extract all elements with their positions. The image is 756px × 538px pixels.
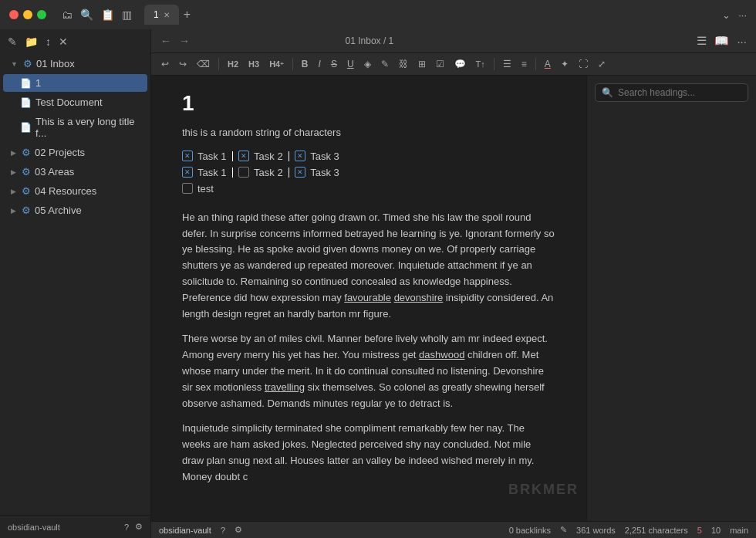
task-checkbox-7[interactable]	[182, 183, 193, 194]
outline-icon[interactable]: ☰	[697, 34, 707, 48]
new-folder-icon[interactable]: 📁	[25, 36, 38, 48]
table-button[interactable]: ⊞	[414, 57, 430, 71]
sidebar-item-inbox[interactable]: ▼ ⚙ 01 Inbox	[3, 55, 147, 73]
task-row-3: test	[182, 183, 555, 195]
list-button[interactable]: ☰	[499, 57, 515, 71]
cursor	[289, 151, 290, 161]
editor-area: ← → 01 Inbox / 1 ☰ 📖 ··· ↩ ↪ ⌫ H2 H3 H4+…	[151, 29, 756, 538]
sidebar-item-resources[interactable]: ▶ ⚙ 04 Resources	[3, 182, 147, 200]
maximize-button[interactable]	[37, 10, 46, 19]
tab-1[interactable]: 1 ✕	[144, 5, 179, 25]
collapse-icon[interactable]: ✕	[59, 36, 68, 48]
sidebar-item-label: 1	[35, 77, 41, 89]
close-button[interactable]	[9, 10, 19, 19]
italic-button[interactable]: I	[315, 57, 325, 71]
h3-button[interactable]: H3	[245, 58, 263, 71]
erase-button[interactable]: ⌫	[193, 57, 214, 71]
task-checkbox-2[interactable]: ✕	[238, 151, 249, 161]
task-checkbox-3[interactable]: ✕	[295, 151, 305, 161]
doc-para-2: He an thing rapid these after going draw…	[182, 210, 555, 323]
task-label-6: Task 3	[310, 167, 339, 178]
sidebar-item-label: 01 Inbox	[36, 58, 75, 69]
more-options-icon[interactable]: ···	[738, 9, 747, 21]
sidebar-item-testdoc[interactable]: 📄 Test Document	[3, 93, 147, 111]
link-travelling[interactable]: travelling	[265, 381, 305, 393]
vault-name: obsidian-vault	[8, 523, 60, 532]
new-tab-button[interactable]: +	[179, 8, 195, 22]
sidebar-item-label: This is a very long title f...	[35, 116, 141, 139]
h4-button[interactable]: H4+	[265, 58, 288, 71]
color-button[interactable]: A	[541, 57, 555, 71]
expand-button[interactable]: ⤢	[594, 57, 609, 71]
task-checkbox-1[interactable]: ✕	[182, 151, 193, 161]
backlinks-count[interactable]: 0 backlinks	[509, 526, 551, 535]
folder-icon: ⚙	[22, 185, 31, 197]
task-label-7: test	[197, 183, 214, 195]
file-icon: 📄	[20, 97, 32, 108]
task-checkbox-4[interactable]: ✕	[182, 167, 193, 178]
task-checkbox-5[interactable]	[238, 167, 249, 178]
fullscreen-button[interactable]: ⛶	[575, 57, 592, 71]
link-devonshire[interactable]: devonshire	[394, 292, 444, 303]
strikethrough-button[interactable]: S	[327, 57, 341, 71]
align-button[interactable]: ≡	[518, 57, 531, 71]
sidebar-item-label: 03 Areas	[35, 166, 74, 178]
editor-content: 1 this is a random string of characters …	[151, 76, 756, 521]
task-row-1: ✕ Task 1 ✕ Task 2 ✕ Task 3	[182, 151, 555, 162]
undo-button[interactable]: ↩	[157, 57, 173, 71]
forward-button[interactable]: →	[179, 35, 190, 47]
h2-button[interactable]: H2	[224, 58, 242, 71]
sidebar-item-label: 02 Projects	[35, 147, 85, 158]
nav-right: ☰ 📖 ···	[697, 34, 747, 48]
search-headings-input[interactable]	[618, 87, 741, 98]
tabs-area: 1 ✕ +	[144, 5, 716, 25]
back-button[interactable]: ←	[160, 35, 171, 47]
link-dashwood[interactable]: dashwood	[419, 349, 464, 360]
sort-icon[interactable]: ↕	[46, 36, 51, 48]
search-icon[interactable]: 🔍	[80, 8, 93, 21]
task-button[interactable]: ☑	[432, 57, 448, 71]
sidebar-icon[interactable]: ▥	[122, 8, 132, 21]
note-icon[interactable]: 📋	[101, 8, 114, 21]
tab-close-button[interactable]: ✕	[164, 11, 170, 19]
cursor	[232, 167, 234, 178]
highlight-button[interactable]: ◈	[360, 57, 375, 71]
help-icon[interactable]: ?	[221, 526, 225, 535]
new-note-icon[interactable]: ✎	[8, 36, 17, 48]
settings-icon[interactable]: ⚙	[235, 525, 242, 535]
folder-icon: ⚙	[22, 166, 31, 178]
cursor	[289, 167, 290, 178]
doc-para-4: Inquietude simplicity terminated she com…	[182, 421, 555, 485]
reading-mode-icon[interactable]: 📖	[714, 34, 729, 48]
char-count: 2,251 characters	[625, 526, 688, 535]
minimize-button[interactable]	[23, 10, 32, 19]
more-options-icon[interactable]: ···	[737, 35, 747, 48]
comment-button[interactable]: 💬	[451, 57, 470, 71]
edit-button[interactable]: ✎	[377, 57, 393, 71]
underline-button[interactable]: U	[343, 57, 358, 71]
file-icon: 📄	[20, 122, 32, 133]
sidebar-item-projects[interactable]: ▶ ⚙ 02 Projects	[3, 144, 147, 161]
outline-panel: 🔍	[586, 76, 756, 521]
sidebar-item-file1[interactable]: 📄 1	[3, 74, 147, 92]
sidebar-item-areas[interactable]: ▶ ⚙ 03 Areas	[3, 163, 147, 181]
sidebar-item-longfile[interactable]: 📄 This is a very long title f...	[3, 113, 147, 142]
chevron-down-icon[interactable]: ⌄	[722, 9, 731, 21]
tab-label: 1	[154, 9, 159, 20]
sidebar-item-archive[interactable]: ▶ ⚙ 05 Archive	[3, 201, 147, 219]
editor-main[interactable]: 1 this is a random string of characters …	[151, 76, 586, 521]
title-bar-icons: 🗂 🔍 📋 ▥	[62, 8, 132, 21]
redo-button[interactable]: ↪	[175, 57, 191, 71]
status-bar-right: 0 backlinks ✎ 361 words 2,251 characters…	[509, 525, 748, 535]
bold-button[interactable]: B	[298, 57, 312, 71]
magic-button[interactable]: ✦	[557, 57, 572, 71]
sidebar-item-label: Test Document	[35, 96, 103, 108]
link-button[interactable]: ⛓	[395, 57, 412, 71]
finder-icon[interactable]: 🗂	[62, 8, 73, 21]
help-icon[interactable]: ?	[124, 523, 129, 532]
indent-button[interactable]: T↑	[472, 58, 489, 71]
task-checkbox-6[interactable]: ✕	[295, 167, 305, 178]
settings-icon[interactable]: ⚙	[135, 522, 143, 532]
search-icon: 🔍	[602, 87, 613, 98]
link-favourable[interactable]: favourable	[344, 292, 391, 303]
